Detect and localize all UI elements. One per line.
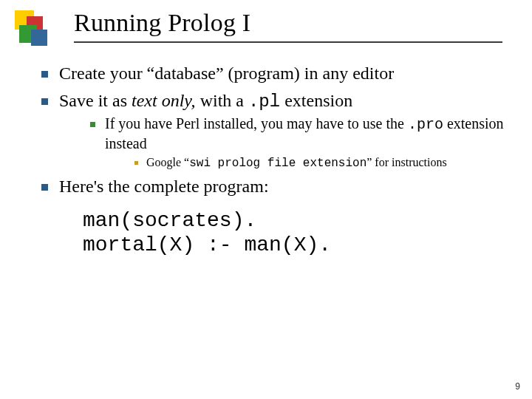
bullet-complete-program: Here's the complete program: [41,175,505,198]
bullet-text: extension [280,91,352,110]
bullet-text: If you have Perl installed, you may have… [105,115,408,132]
slide-body: Create your “database” (program) in any … [41,62,505,258]
bullet-google-swi: Google “swi prolog file extension” for i… [134,155,505,171]
prolog-code-block: man(socrates). mortal(X) :- man(X). [83,208,505,258]
bullet-code: .pl [248,92,280,112]
bullet-code: .pro [408,116,443,133]
bullet-code: swi prolog file extension [189,157,366,170]
bullet-save-text-only: Save it as text only, with a .pl extensi… [41,89,505,171]
bullet-text: Save it as [59,91,132,110]
bullet-text: with a [196,91,248,110]
bullet-text: Here's the complete program: [59,177,269,196]
bullet-italic: text only, [132,91,196,110]
slide-corner-icon [15,10,62,52]
bullet-create-database: Create your “database” (program) in any … [41,62,505,85]
bullet-text: ” for instructions [366,156,446,168]
slide-title: Running Prolog I [74,9,502,37]
title-area: Running Prolog I [74,9,502,43]
title-underline [74,41,502,43]
bullet-text: Create your “database” (program) in any … [59,64,394,83]
page-number: 9 [515,381,520,392]
bullet-perl-pro-extension: If you have Perl installed, you may have… [90,115,505,171]
bullet-text: Google “ [146,156,189,168]
